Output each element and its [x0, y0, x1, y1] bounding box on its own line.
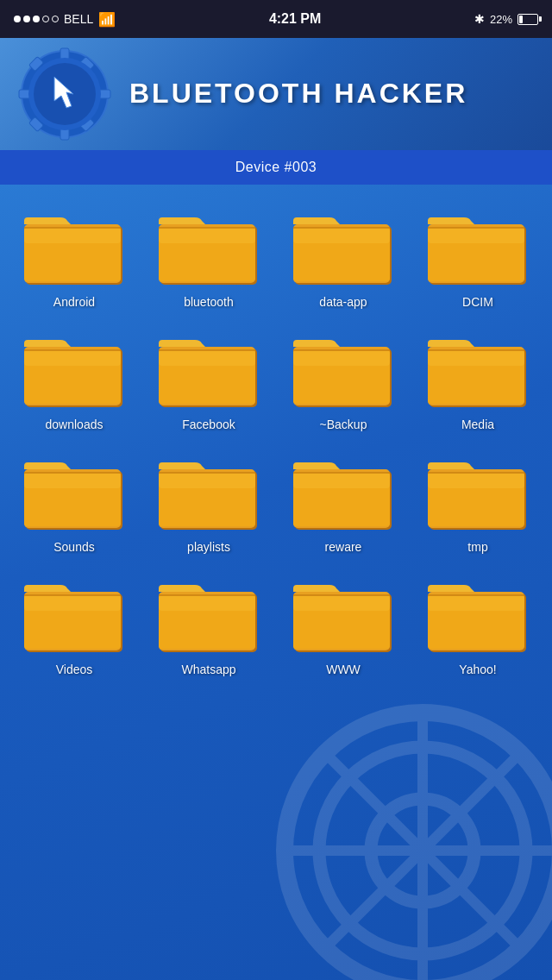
svg-rect-62 — [24, 473, 121, 488]
folder-grid: Android bluetooth — [9, 198, 543, 680]
svg-rect-57 — [428, 350, 524, 366]
folder-label: Android — [10, 295, 138, 309]
svg-point-12 — [285, 713, 552, 980]
svg-rect-27 — [159, 228, 255, 243]
folder-icon — [426, 324, 530, 414]
svg-rect-22 — [24, 228, 121, 243]
folder-icon — [292, 202, 395, 292]
battery-percent: 22% — [490, 13, 512, 26]
carrier-label: BELL — [64, 12, 93, 26]
folder-label: data-app — [279, 295, 407, 309]
folder-label: bluetooth — [145, 295, 273, 309]
app-title: BLUETOOTH HACKER — [129, 79, 467, 109]
folder-item-tmp[interactable]: tmp — [412, 443, 543, 557]
folder-label: tmp — [414, 540, 542, 554]
svg-line-18 — [325, 753, 520, 948]
folder-icon — [426, 569, 530, 659]
app-header: BLUETOOTH HACKER — [0, 38, 552, 150]
folder-icon — [22, 202, 126, 292]
folder-item-android[interactable]: Android — [9, 198, 140, 312]
svg-rect-82 — [24, 595, 121, 611]
folder-icon — [292, 569, 395, 659]
folder-icon — [292, 324, 395, 414]
svg-point-14 — [371, 799, 474, 902]
device-label: Device #003 — [235, 160, 317, 175]
main-content: Android bluetooth — [0, 185, 552, 980]
signal-dots — [14, 16, 59, 22]
folder-item-media[interactable]: Media — [412, 321, 543, 435]
folder-label: downloads — [10, 418, 138, 431]
folder-item-reware[interactable]: reware — [278, 443, 409, 557]
app-logo — [17, 47, 112, 141]
signal-dot-5 — [52, 16, 59, 22]
folder-label: WWW — [279, 663, 407, 676]
folder-label: ~Backup — [279, 418, 407, 431]
folder-icon — [292, 447, 395, 537]
svg-rect-87 — [159, 595, 255, 611]
svg-line-17 — [325, 753, 520, 948]
folder-label: playlists — [145, 540, 273, 554]
folder-icon — [22, 447, 126, 537]
signal-dot-4 — [42, 16, 49, 22]
folder-item-videos[interactable]: Videos — [9, 566, 140, 680]
folder-item-playlists[interactable]: playlists — [143, 443, 274, 557]
folder-icon — [22, 569, 126, 659]
folder-icon — [157, 447, 260, 537]
signal-dot-2 — [23, 16, 30, 22]
folder-icon — [426, 202, 530, 292]
folder-label: Sounds — [10, 540, 138, 554]
svg-rect-37 — [428, 228, 524, 243]
time-display: 4:21 PM — [269, 11, 321, 27]
folder-item-whatsapp[interactable]: Whatsapp — [143, 566, 274, 680]
folder-item-yahoo-[interactable]: Yahoo! — [412, 566, 543, 680]
folder-icon — [157, 569, 260, 659]
battery-fill — [519, 16, 523, 23]
wifi-icon: 📶 — [98, 11, 116, 28]
folder-label: Media — [414, 418, 542, 431]
svg-rect-52 — [293, 350, 390, 366]
svg-rect-32 — [293, 228, 390, 243]
folder-icon — [157, 324, 260, 414]
folder-item-downloads[interactable]: downloads — [9, 321, 140, 435]
folder-label: Facebook — [145, 418, 273, 431]
folder-icon — [22, 324, 126, 414]
svg-rect-67 — [159, 473, 255, 488]
folder-label: Yahoo! — [414, 663, 542, 676]
folder-item-bluetooth[interactable]: bluetooth — [143, 198, 274, 312]
status-left: BELL 📶 — [14, 11, 116, 28]
svg-rect-42 — [24, 350, 121, 366]
svg-rect-72 — [293, 473, 390, 488]
folder-label: DCIM — [414, 295, 542, 309]
folder-item-dcim[interactable]: DCIM — [412, 198, 543, 312]
folder-item-facebook[interactable]: Facebook — [143, 321, 274, 435]
signal-dot-1 — [14, 16, 21, 22]
folder-icon — [426, 447, 530, 537]
svg-rect-92 — [293, 595, 390, 611]
folder-item-data-app[interactable]: data-app — [278, 198, 409, 312]
signal-dot-3 — [33, 16, 40, 22]
svg-rect-97 — [428, 595, 524, 611]
bluetooth-status-icon: ✱ — [474, 12, 485, 26]
battery-icon — [518, 14, 538, 25]
folder-label: Videos — [10, 663, 138, 676]
folder-item-sounds[interactable]: Sounds — [9, 443, 140, 557]
svg-point-13 — [319, 747, 526, 954]
folder-item-www[interactable]: WWW — [278, 566, 409, 680]
bg-gear-decoration — [267, 695, 552, 980]
battery-indicator — [518, 14, 538, 25]
folder-icon — [157, 202, 260, 292]
folder-item--backup[interactable]: ~Backup — [278, 321, 409, 435]
svg-rect-47 — [159, 350, 255, 366]
folder-label: reware — [279, 540, 407, 554]
status-bar: BELL 📶 4:21 PM ✱ 22% — [0, 0, 552, 38]
status-right: ✱ 22% — [474, 12, 538, 26]
svg-rect-77 — [428, 473, 524, 488]
folder-label: Whatsapp — [145, 663, 273, 676]
device-bar: Device #003 — [0, 150, 552, 185]
